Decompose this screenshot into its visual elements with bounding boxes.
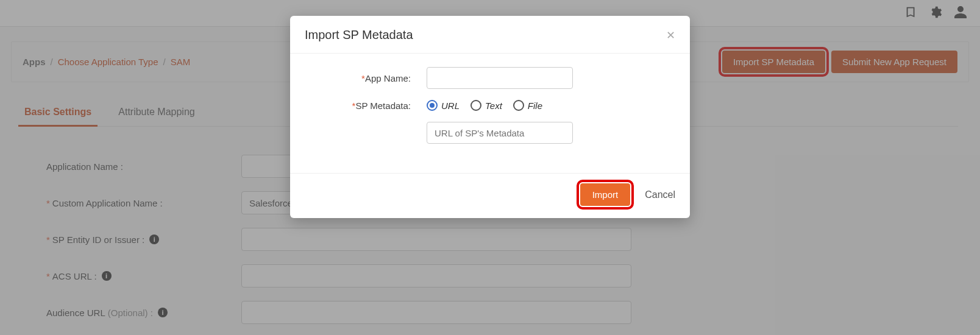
modal-row-url-input [305, 122, 675, 144]
modal-overlay[interactable]: Import SP Metadata ✕ *App Name: *SP Meta… [0, 0, 980, 335]
modal-input-app-name[interactable] [427, 67, 573, 89]
modal-footer: Import Cancel [290, 173, 690, 218]
cancel-button[interactable]: Cancel [645, 189, 675, 200]
modal-body: *App Name: *SP Metadata: URL Text [290, 54, 690, 173]
modal-row-sp-metadata: *SP Metadata: URL Text File [305, 100, 675, 111]
modal-label-sp-metadata: *SP Metadata: [305, 100, 427, 111]
radio-group-sp-metadata: URL Text File [427, 100, 542, 111]
import-button[interactable]: Import [580, 183, 631, 206]
modal-row-app-name: *App Name: [305, 67, 675, 89]
modal-label-app-name: *App Name: [305, 73, 427, 83]
modal-title: Import SP Metadata [305, 28, 413, 42]
radio-option-url[interactable]: URL [427, 100, 460, 111]
radio-option-text[interactable]: Text [470, 100, 502, 111]
close-icon[interactable]: ✕ [666, 29, 675, 42]
radio-text[interactable] [470, 100, 481, 111]
radio-url[interactable] [427, 100, 438, 111]
import-sp-metadata-modal: Import SP Metadata ✕ *App Name: *SP Meta… [290, 16, 690, 218]
radio-option-file[interactable]: File [513, 100, 542, 111]
radio-file[interactable] [513, 100, 524, 111]
modal-header: Import SP Metadata ✕ [290, 16, 690, 54]
modal-input-url[interactable] [427, 122, 573, 144]
